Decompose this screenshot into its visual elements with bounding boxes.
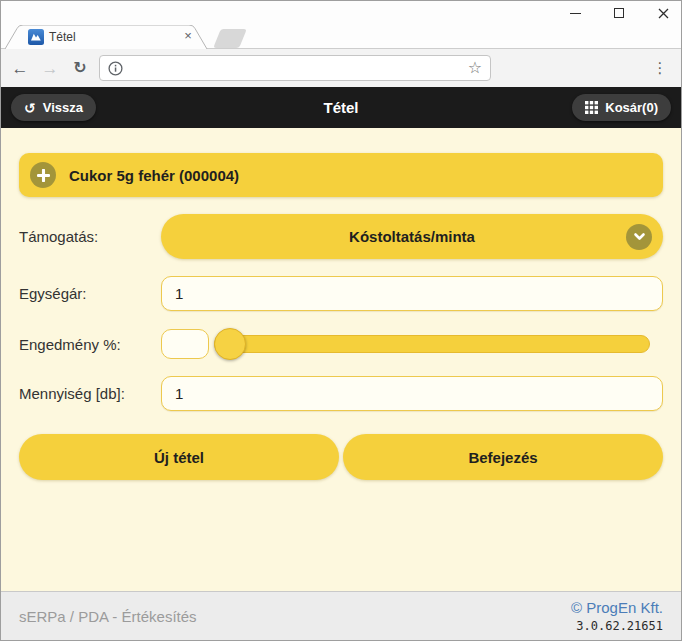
discount-input[interactable] — [161, 329, 209, 359]
back-nav-button[interactable]: ↺ Vissza — [11, 94, 96, 121]
page-content: Cukor 5g fehér (000004) Támogatás: Kósto… — [1, 128, 681, 591]
bookmark-star-icon[interactable]: ☆ — [468, 60, 482, 76]
support-row: Támogatás: Kóstoltatás/minta — [19, 214, 663, 259]
back-nav-label: Vissza — [43, 100, 83, 115]
tab-strip: Tétel × — [1, 25, 681, 48]
window-controls — [567, 6, 671, 20]
menu-dots-icon: ⋮ — [653, 59, 668, 76]
slider-track[interactable] — [214, 335, 650, 353]
unit-price-input[interactable] — [161, 276, 663, 311]
support-select[interactable]: Kóstoltatás/minta — [161, 214, 663, 259]
browser-toolbar: ← → ↻ ☆ ⋮ — [1, 48, 681, 87]
grid-icon — [585, 101, 598, 114]
support-label: Támogatás: — [19, 228, 161, 245]
tab-close-button[interactable]: × — [180, 28, 196, 43]
quantity-input[interactable] — [161, 376, 663, 411]
unit-price-label: Egységár: — [19, 285, 161, 302]
product-banner[interactable]: Cukor 5g fehér (000004) — [19, 153, 663, 197]
page-info-icon[interactable] — [108, 61, 123, 76]
discount-slider[interactable] — [214, 328, 663, 360]
browser-menu-button[interactable]: ⋮ — [651, 59, 669, 77]
version-text: 3.0.62.21651 — [571, 619, 663, 635]
browser-window: Tétel × ← → ↻ ☆ ⋮ ↺ — [0, 0, 682, 641]
new-tab-button[interactable] — [213, 29, 247, 48]
maximize-icon — [614, 8, 624, 18]
page-title: Tétel — [323, 99, 358, 116]
reload-button[interactable]: ↻ — [69, 56, 91, 80]
back-button[interactable]: ← — [9, 56, 31, 80]
app-header: ↺ Vissza Tétel Kosár(0) — [1, 87, 681, 128]
chevron-down-icon — [626, 224, 652, 250]
cart-button[interactable]: Kosár(0) — [572, 94, 671, 121]
window-titlebar — [1, 1, 681, 25]
reload-icon: ↻ — [73, 60, 86, 76]
close-button[interactable] — [655, 6, 671, 20]
finish-button[interactable]: Befejezés — [343, 434, 663, 480]
discount-label: Engedmény %: — [19, 336, 161, 353]
forward-button[interactable]: → — [39, 56, 61, 80]
app-breadcrumb: sERPa / PDA - Értékesítés — [19, 608, 197, 625]
quantity-label: Mennyiség [db]: — [19, 385, 161, 402]
url-input[interactable] — [130, 57, 461, 79]
support-selected-value: Kóstoltatás/minta — [349, 228, 475, 245]
favicon-serpa-icon — [28, 29, 44, 45]
minimize-icon — [570, 13, 581, 14]
plus-circle-icon — [30, 162, 56, 188]
undo-arrow-icon: ↺ — [24, 101, 36, 115]
product-name: Cukor 5g fehér (000004) — [69, 167, 239, 184]
unit-price-row: Egységár: — [19, 276, 663, 311]
minimize-button[interactable] — [567, 6, 583, 20]
quantity-row: Mennyiség [db]: — [19, 376, 663, 411]
page-footer: sERPa / PDA - Értékesítés © ProgEn Kft. … — [1, 591, 681, 640]
address-bar[interactable]: ☆ — [99, 55, 491, 81]
vendor-link[interactable]: © ProgEn Kft. — [571, 599, 663, 616]
slider-handle[interactable] — [214, 328, 246, 360]
action-buttons: Új tétel Befejezés — [19, 434, 663, 480]
tab-title: Tétel — [49, 30, 76, 44]
maximize-button[interactable] — [611, 6, 627, 20]
cart-label: Kosár(0) — [605, 100, 658, 115]
discount-row: Engedmény %: — [19, 328, 663, 360]
new-item-button[interactable]: Új tétel — [19, 434, 339, 480]
back-arrow-icon: ← — [12, 60, 29, 77]
close-icon — [657, 7, 670, 20]
forward-arrow-icon: → — [42, 60, 59, 77]
